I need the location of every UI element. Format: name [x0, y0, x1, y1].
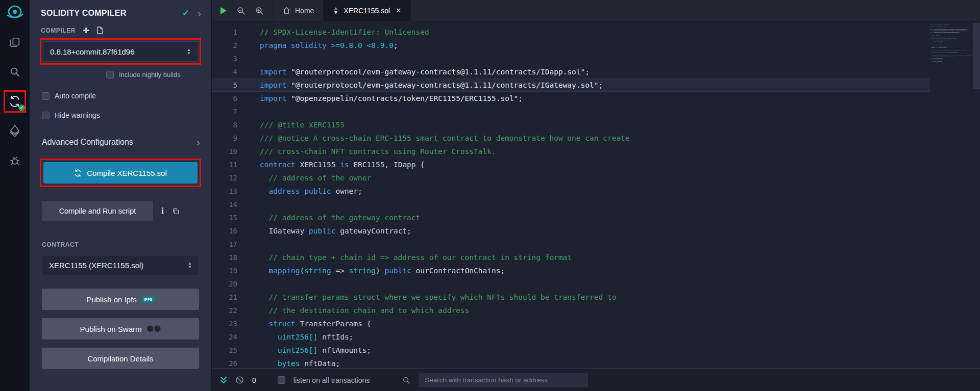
scrollbar-thumb[interactable]	[973, 23, 980, 89]
compiled-check-icon: ✓	[182, 8, 189, 18]
terminal-bar: 0 listen on all transactions	[212, 369, 980, 391]
advanced-configurations-label: Advanced Configurations	[42, 138, 133, 147]
info-icon[interactable]: i	[161, 206, 164, 216]
tab-xerc1155[interactable]: XERC1155.sol ✕	[324, 0, 411, 21]
minimap-content: // SPDX-License-Identifier: Unlicensedpr…	[930, 24, 971, 64]
hide-warnings-label: Hide warnings	[55, 111, 100, 119]
contract-label-row: CONTRACT	[42, 240, 200, 249]
compile-button-label: Compile XERC1155.sol	[87, 169, 166, 177]
remix-ide: ✓ SOLIDITY COMPILER ✓ › COMPILER ✚	[0, 0, 980, 391]
hide-warnings-row: Hide warnings	[42, 111, 200, 119]
compile-and-run-button[interactable]: Compile and Run script	[42, 201, 153, 221]
hide-warnings-checkbox[interactable]	[42, 112, 50, 119]
compile-run-row: Compile and Run script i	[42, 201, 200, 221]
terminal-search-icon	[402, 376, 410, 384]
listen-transactions-checkbox[interactable]	[278, 376, 285, 384]
compiler-file-icon[interactable]	[96, 27, 103, 34]
transaction-count: 0	[252, 376, 256, 384]
ipfs-badge: IPFS	[142, 296, 155, 303]
compiler-version-annotation: 0.8.18+commit.87f61d96 ▲▼	[43, 41, 198, 62]
refresh-icon	[74, 169, 82, 177]
editor-scrollbar[interactable]	[973, 21, 980, 369]
code-lines[interactable]: // SPDX-License-Identifier: Unlicensedpr…	[244, 21, 930, 369]
compiler-version-value: 0.8.18+commit.87f61d96	[50, 47, 135, 56]
clear-console-icon[interactable]	[235, 376, 244, 384]
solidity-compiler-icon[interactable]: ✓	[8, 95, 21, 108]
solidity-compiler-panel: SOLIDITY COMPILER ✓ › COMPILER ✚ 0.8.18+…	[30, 0, 212, 391]
panel-chevron-icon[interactable]: ›	[198, 9, 201, 17]
search-icon[interactable]	[8, 65, 21, 79]
compiler-version-select[interactable]: 0.8.18+commit.87f61d96 ▲▼	[43, 41, 198, 62]
tab-bar: Home XERC1155.sol ✕	[212, 0, 980, 21]
copy-icon[interactable]	[172, 207, 180, 215]
compile-success-badge: ✓	[18, 105, 25, 111]
expand-terminal-icon[interactable]	[220, 376, 227, 384]
publish-swarm-label: Publish on Swarm	[80, 325, 142, 333]
home-icon	[283, 7, 290, 14]
solidity-file-icon	[333, 7, 339, 15]
file-explorer-icon[interactable]	[8, 36, 21, 49]
activity-bar: ✓	[0, 0, 30, 391]
tab-home[interactable]: Home	[273, 0, 324, 21]
zoom-out-icon[interactable]	[236, 6, 246, 15]
select-arrows-icon: ▲▼	[187, 48, 191, 55]
gutter: 1234567891011121314151617181920212223242…	[212, 21, 244, 369]
include-nightly-label: Include nightly builds	[119, 71, 181, 79]
auto-compile-row: Auto compile	[42, 92, 200, 100]
minimap[interactable]: // SPDX-License-Identifier: Unlicensedpr…	[930, 21, 971, 369]
compiler-label: COMPILER	[41, 27, 76, 34]
contract-select[interactable]: XERC1155 (XERC1155.sol) ▲▼	[42, 255, 199, 275]
close-tab-icon[interactable]: ✕	[396, 7, 401, 14]
include-nightly-checkbox[interactable]	[106, 71, 114, 79]
add-compiler-icon[interactable]: ✚	[83, 27, 89, 34]
publish-ipfs-button[interactable]: Publish on Ipfs IPFS	[42, 289, 199, 310]
select-arrows-icon: ▲▼	[188, 262, 192, 269]
terminal-search-input[interactable]	[419, 373, 588, 387]
compile-button[interactable]: Compile XERC1155.sol	[43, 162, 198, 184]
play-icon[interactable]	[220, 7, 227, 15]
auto-compile-checkbox[interactable]	[42, 92, 50, 100]
panel-title: SOLIDITY COMPILER	[41, 9, 182, 18]
editor-controls	[212, 0, 273, 21]
include-nightly-row: Include nightly builds	[106, 71, 200, 79]
main-area: Home XERC1155.sol ✕ 12345678910111213141…	[212, 0, 980, 391]
contract-label: CONTRACT	[42, 241, 79, 248]
debugger-icon[interactable]	[8, 154, 21, 167]
advanced-configurations-toggle[interactable]: Advanced Configurations ›	[42, 138, 200, 147]
auto-compile-label: Auto compile	[55, 92, 96, 100]
contract-select-value: XERC1155 (XERC1155.sol)	[49, 261, 143, 270]
remix-logo[interactable]	[6, 4, 24, 21]
publish-ipfs-label: Publish on Ipfs	[86, 295, 136, 304]
compile-button-annotation: Compile XERC1155.sol	[43, 162, 198, 184]
listen-transactions-label: listen on all transactions	[293, 376, 370, 384]
compilation-details-button[interactable]: Compilation Details	[42, 348, 199, 369]
swarm-icon: ⬢⬢	[146, 325, 161, 333]
compiler-label-row: COMPILER ✚	[30, 23, 211, 34]
deploy-run-icon[interactable]	[8, 124, 21, 138]
tab-xerc1155-label: XERC1155.sol	[344, 7, 390, 15]
advanced-chevron-icon: ›	[197, 138, 200, 146]
tab-home-label: Home	[295, 7, 314, 15]
panel-header: SOLIDITY COMPILER ✓ ›	[30, 0, 211, 23]
zoom-in-icon[interactable]	[255, 6, 264, 15]
code-editor[interactable]: 1234567891011121314151617181920212223242…	[212, 21, 980, 369]
publish-swarm-button[interactable]: Publish on Swarm ⬢⬢	[42, 318, 199, 340]
